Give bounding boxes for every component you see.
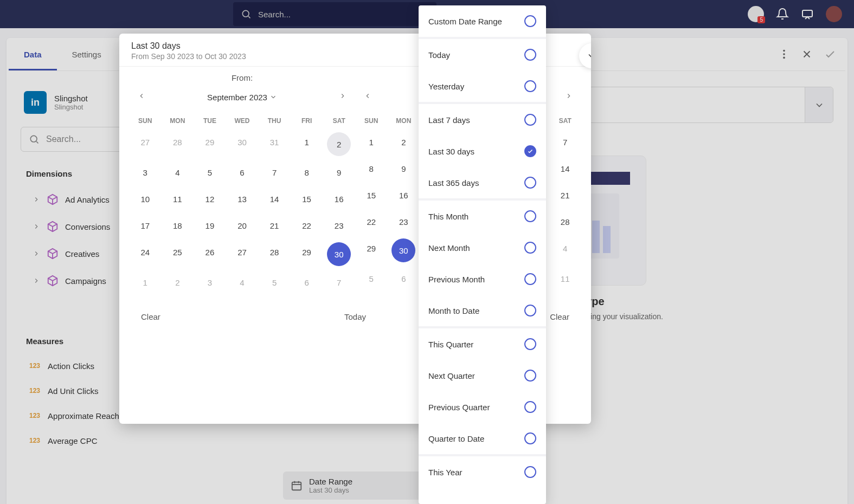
calendar-day[interactable]: 11	[549, 266, 581, 292]
clear-button[interactable]: Clear	[141, 312, 160, 321]
calendar-day[interactable]: 14	[549, 156, 581, 182]
calendar-day[interactable]: 15	[355, 182, 388, 209]
calendar-day[interactable]: 27	[129, 129, 162, 159]
calendar-day[interactable]: 7	[258, 159, 291, 186]
calendar-day[interactable]: 12	[194, 186, 226, 212]
calendar-day[interactable]: 6	[291, 269, 323, 296]
clear-button[interactable]: Clear	[550, 312, 569, 321]
calendar-day[interactable]: 9	[323, 159, 355, 186]
calendar-day[interactable]: 6	[226, 159, 259, 186]
calendar-day[interactable]: 7	[323, 269, 355, 296]
calendar-day[interactable]: 3	[194, 269, 226, 296]
radio-icon	[524, 432, 536, 444]
calendar-day[interactable]: 10	[129, 186, 162, 212]
calendar-day[interactable]: 29	[194, 129, 226, 159]
calendar-day[interactable]: 30	[226, 129, 259, 159]
radio-icon	[524, 401, 536, 413]
radio-icon	[524, 15, 536, 27]
date-preset-dropdown: Custom Date RangeTodayYesterdayLast 7 da…	[419, 5, 546, 504]
date-preset-option[interactable]: Custom Date Range	[419, 5, 546, 37]
calendar-day[interactable]: 20	[226, 212, 259, 239]
calendar-day[interactable]: 8	[291, 159, 323, 186]
radio-icon	[524, 305, 536, 316]
calendar-day[interactable]: 1	[355, 129, 388, 156]
calendar-day[interactable]: 5	[194, 159, 226, 186]
calendar-day[interactable]: 24	[129, 239, 162, 269]
calendar-day[interactable]: 2	[162, 269, 194, 296]
calendar-day[interactable]: 18	[162, 212, 194, 239]
calendar-day[interactable]: 5	[258, 269, 291, 296]
date-preset-option[interactable]: Month to Date	[419, 295, 546, 326]
radio-icon	[524, 338, 536, 350]
calendar-day[interactable]: 19	[194, 212, 226, 239]
calendar-day[interactable]: 25	[162, 239, 194, 269]
calendar-day[interactable]: 4	[226, 269, 259, 296]
calendar-day[interactable]: 27	[226, 239, 259, 269]
calendar-day[interactable]: 30	[327, 242, 351, 266]
radio-icon	[524, 177, 536, 189]
radio-icon	[524, 49, 536, 61]
calendar-day[interactable]: 21	[258, 212, 291, 239]
calendar-day[interactable]: 4	[549, 235, 581, 266]
date-preset-option[interactable]: Previous Month	[419, 263, 546, 295]
calendar-day[interactable]: 13	[226, 186, 259, 212]
date-preset-option[interactable]: Next Quarter	[419, 360, 546, 391]
date-preset-option[interactable]: This Quarter	[419, 328, 546, 360]
date-preset-option[interactable]: Last 365 days	[419, 167, 546, 198]
calendar-day[interactable]: 9	[388, 156, 420, 182]
prev-month-button[interactable]	[134, 89, 149, 105]
calendar-day[interactable]: 1	[129, 269, 162, 296]
calendar-day[interactable]: 16	[323, 186, 355, 212]
radio-icon	[524, 466, 536, 478]
calendar-day[interactable]: 16	[388, 182, 420, 209]
radio-icon	[524, 210, 536, 222]
chevron-down-icon	[586, 50, 591, 61]
calendar-day[interactable]: 23	[323, 212, 355, 239]
date-preset-option[interactable]: Today	[419, 39, 546, 70]
calendar-day[interactable]: 26	[194, 239, 226, 269]
calendar-day[interactable]: 2	[327, 132, 351, 156]
calendar-day[interactable]: 7	[549, 129, 581, 156]
date-preset-option[interactable]: Last 7 days	[419, 104, 546, 135]
radio-icon	[524, 370, 536, 382]
calendar-day[interactable]: 22	[355, 209, 388, 235]
date-preset-option[interactable]: Previous Quarter	[419, 391, 546, 423]
calendar-day[interactable]: 28	[162, 129, 194, 159]
radio-icon	[524, 145, 536, 157]
today-button[interactable]: Today	[344, 312, 366, 321]
date-preset-option[interactable]: This Year	[419, 456, 546, 488]
prev-month-button[interactable]	[361, 89, 375, 105]
calendar-day[interactable]: 2	[388, 129, 420, 156]
calendar-day[interactable]: 22	[291, 212, 323, 239]
calendar-day[interactable]: 28	[258, 239, 291, 269]
date-preset-option[interactable]: Next Month	[419, 232, 546, 263]
calendar-day[interactable]: 21	[549, 182, 581, 209]
calendar-day[interactable]: 28	[549, 209, 581, 235]
radio-icon	[524, 273, 536, 285]
calendar-day[interactable]: 15	[291, 186, 323, 212]
chevron-down-icon	[269, 93, 277, 101]
month-selector[interactable]: September 2023	[207, 93, 277, 102]
next-month-button[interactable]	[562, 89, 576, 105]
calendar-day[interactable]: 29	[291, 239, 323, 269]
calendar-day[interactable]: 17	[129, 212, 162, 239]
date-preset-option[interactable]: This Month	[419, 201, 546, 232]
calendar-day[interactable]: 6	[388, 266, 420, 292]
calendar-day[interactable]: 30	[391, 238, 415, 262]
calendar-day[interactable]: 14	[258, 186, 291, 212]
calendar-day[interactable]: 11	[162, 186, 194, 212]
date-preset-option[interactable]: Quarter to Date	[419, 423, 546, 454]
date-preset-option[interactable]: Last 30 days	[419, 135, 546, 167]
radio-icon	[524, 114, 536, 126]
calendar-day[interactable]: 1	[291, 129, 323, 159]
calendar-day[interactable]: 29	[355, 235, 388, 266]
calendar-day[interactable]: 5	[355, 266, 388, 292]
next-month-button[interactable]	[336, 89, 350, 105]
calendar-day[interactable]: 31	[258, 129, 291, 159]
radio-icon	[524, 242, 536, 254]
calendar-day[interactable]: 4	[162, 159, 194, 186]
calendar-day[interactable]: 23	[388, 209, 420, 235]
calendar-day[interactable]: 3	[129, 159, 162, 186]
date-preset-option[interactable]: Yesterday	[419, 70, 546, 102]
calendar-day[interactable]: 8	[355, 156, 388, 182]
